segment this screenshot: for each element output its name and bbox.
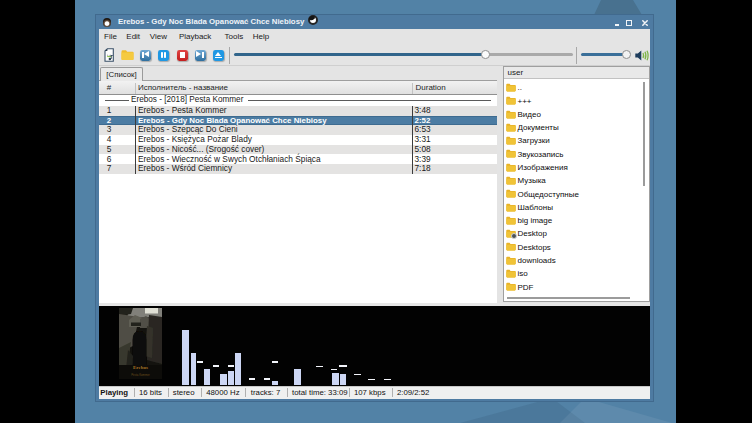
svg-text:Pesta Kommer: Pesta Kommer [131,373,150,377]
svg-text:Erebos: Erebos [133,365,148,370]
